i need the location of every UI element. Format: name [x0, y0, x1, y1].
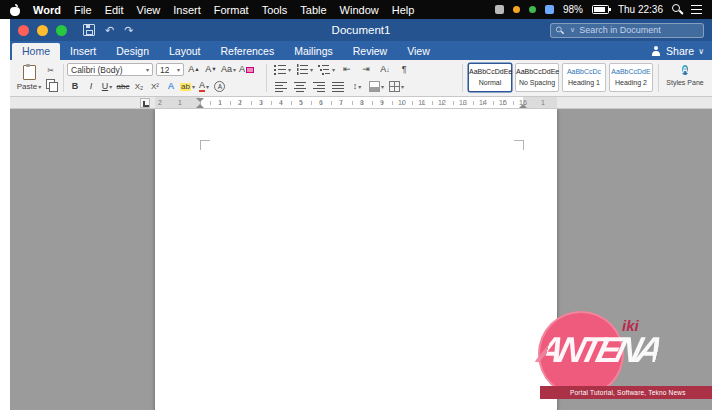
menu-bar-clock[interactable]: Thu 22:36	[618, 4, 663, 15]
search-input[interactable]	[579, 25, 691, 35]
chevron-down-icon: ▾	[310, 67, 313, 73]
show-paragraph-marks-button[interactable]: ¶	[397, 63, 411, 76]
cut-button[interactable]: ✂	[47, 66, 54, 75]
chevron-down-icon: ▾	[332, 67, 335, 73]
shading-button[interactable]: ▾	[369, 80, 384, 93]
document-page[interactable]	[155, 109, 557, 410]
ruler-number: 10	[398, 99, 406, 107]
align-center-icon	[294, 81, 306, 93]
undo-button[interactable]: ↶	[105, 25, 114, 36]
highlight-button[interactable]: ab ▾	[180, 80, 195, 93]
strikethrough-button[interactable]: abc	[116, 80, 130, 93]
style-heading-2[interactable]: AaBbCcDdE Heading 2	[609, 63, 653, 92]
font-name-select[interactable]: Calibri (Body) ▾	[67, 63, 153, 76]
bullets-button[interactable]: ▾	[274, 63, 291, 76]
sort-arrow-icon: ↓	[386, 66, 390, 73]
menu-help[interactable]: Help	[392, 4, 415, 16]
menu-insert[interactable]: Insert	[173, 4, 201, 16]
line-spacing-button[interactable]: ↕ ▾	[350, 80, 364, 93]
tab-references[interactable]: References	[211, 43, 285, 60]
close-window-button[interactable]	[18, 25, 29, 36]
shrink-font-button[interactable]: A ▼	[204, 63, 218, 76]
site-watermark: ANTENA iki Portal Tutorial, Software, Te…	[536, 309, 712, 410]
save-button[interactable]	[83, 24, 95, 36]
font-group-row2: B I U ▾ abc X₂ X² A ab ▾ A ▾ A	[68, 80, 227, 93]
ruler-number: 8	[360, 99, 364, 107]
menu-extra-icon[interactable]	[495, 5, 504, 14]
increase-indent-button[interactable]: ⇥	[359, 63, 373, 76]
group-divider	[462, 64, 463, 92]
style-label: Normal	[469, 79, 511, 86]
left-indent-marker[interactable]	[196, 104, 204, 108]
tab-review[interactable]: Review	[343, 43, 397, 60]
font-color-letter: A	[199, 81, 205, 92]
menu-file[interactable]: File	[74, 4, 92, 16]
paste-button[interactable]: Paste ▾	[14, 62, 44, 93]
ribbon-tab-bar: Home Insert Design Layout References Mai…	[10, 41, 712, 60]
menu-extra-icon[interactable]	[513, 6, 520, 13]
tab-mailings[interactable]: Mailings	[284, 43, 343, 60]
minimize-window-button[interactable]	[37, 25, 48, 36]
right-indent-marker[interactable]	[519, 104, 527, 108]
subscript-button[interactable]: X₂	[132, 80, 146, 93]
style-heading-1[interactable]: AaBbCcDc Heading 1	[562, 63, 606, 92]
grow-font-button[interactable]: A ▲	[187, 63, 201, 76]
ribbon: Paste ▾ ✂ Calibri (Body) ▾ 12 ▾	[10, 60, 712, 97]
borders-button[interactable]: ▾	[389, 80, 404, 93]
ruler-number: 4	[279, 99, 283, 107]
eraser-icon	[246, 67, 254, 73]
font-size-select[interactable]: 12 ▾	[156, 63, 184, 76]
align-left-button[interactable]	[274, 80, 288, 93]
numbering-icon	[296, 64, 309, 76]
share-button[interactable]: Share ∨	[651, 45, 710, 60]
tab-layout[interactable]: Layout	[159, 43, 211, 60]
apple-menu-icon[interactable]	[10, 4, 20, 16]
font-color-button[interactable]: A ▾	[197, 80, 211, 93]
align-center-button[interactable]	[293, 80, 307, 93]
menu-edit[interactable]: Edit	[105, 4, 124, 16]
first-line-indent-marker[interactable]	[196, 98, 204, 102]
menu-format[interactable]: Format	[214, 4, 249, 16]
redo-button[interactable]: ↷	[124, 25, 133, 36]
group-divider	[658, 64, 659, 92]
menu-word[interactable]: Word	[33, 4, 61, 16]
superscript-button[interactable]: X²	[148, 80, 162, 93]
menu-window[interactable]: Window	[340, 4, 379, 16]
zoom-window-button[interactable]	[56, 25, 67, 36]
change-case-button[interactable]: Aa ▾	[221, 63, 236, 76]
menu-tools[interactable]: Tools	[262, 4, 288, 16]
decrease-indent-button[interactable]: ⇤	[340, 63, 354, 76]
bold-button[interactable]: B	[68, 80, 82, 93]
copy-button[interactable]	[46, 79, 55, 89]
multilevel-list-button[interactable]: ▾	[318, 63, 335, 76]
menu-view[interactable]: View	[137, 4, 161, 16]
justify-button[interactable]	[331, 80, 345, 93]
document-search-box[interactable]: ∨	[550, 23, 704, 38]
menu-extra-icon[interactable]	[545, 5, 554, 14]
notification-center-icon[interactable]	[691, 5, 702, 14]
clear-formatting-button[interactable]: A	[239, 63, 254, 76]
tab-insert[interactable]: Insert	[60, 43, 106, 60]
ruler-number: 11	[418, 99, 425, 107]
spotlight-icon[interactable]	[672, 4, 682, 15]
tab-home[interactable]: Home	[12, 43, 60, 60]
text-effects-button[interactable]: A	[164, 80, 178, 93]
watermark-suffix-text: iki	[622, 317, 639, 334]
tab-design[interactable]: Design	[106, 43, 159, 60]
sort-button[interactable]: A ↓	[378, 63, 392, 76]
numbering-button[interactable]: ▾	[296, 63, 313, 76]
style-no-spacing[interactable]: AaBbCcDdEe No Spacing	[515, 63, 559, 92]
chevron-down-icon: ▾	[288, 67, 291, 73]
menu-table[interactable]: Table	[300, 4, 326, 16]
italic-button[interactable]: I	[84, 80, 98, 93]
align-right-button[interactable]	[312, 80, 326, 93]
style-normal[interactable]: AaBbCcDdEe Normal	[468, 63, 512, 92]
enclose-characters-button[interactable]: A	[213, 80, 227, 93]
battery-icon[interactable]	[592, 5, 609, 14]
tab-stop-selector[interactable]	[140, 98, 150, 108]
menu-extra-icon[interactable]	[529, 6, 536, 13]
style-label: Heading 2	[610, 79, 652, 86]
tab-view[interactable]: View	[397, 43, 440, 60]
styles-pane-button[interactable]: A Styles Pane	[662, 63, 708, 93]
underline-button[interactable]: U ▾	[100, 80, 114, 93]
